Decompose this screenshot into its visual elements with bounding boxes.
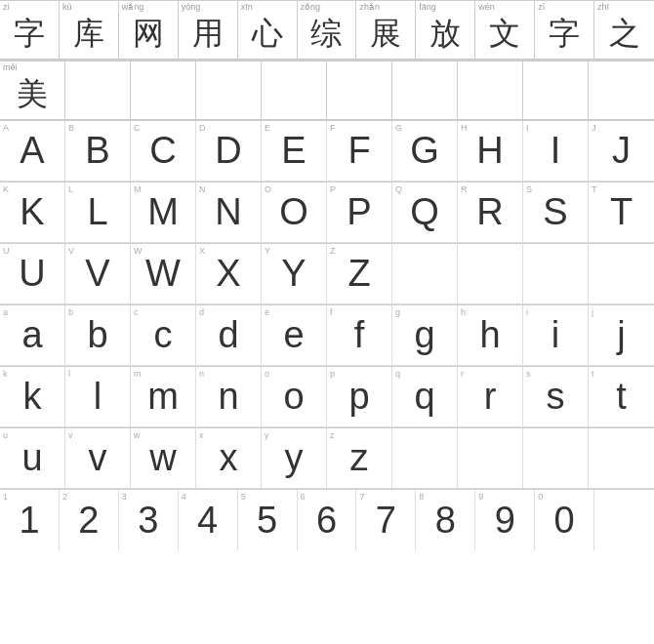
number-character: 3	[138, 500, 158, 542]
letter-label: X	[199, 246, 205, 256]
letter-character: w	[149, 437, 176, 479]
cell-character: 字	[14, 13, 45, 56]
chinese-cell	[392, 61, 458, 120]
chinese-cell	[327, 61, 392, 120]
chinese-cell: měi美	[0, 61, 65, 120]
chinese-cell: fāng放	[416, 1, 475, 60]
chinese-cell: xīn心	[238, 1, 298, 60]
letter-label: f	[330, 307, 333, 317]
number-cell: 66	[298, 490, 357, 550]
letter-cell: jj	[589, 305, 654, 366]
letter-cell: yy	[262, 428, 327, 489]
letter-label: J	[592, 123, 596, 133]
letter-cell: PP	[327, 182, 392, 243]
number-character: 6	[316, 500, 337, 542]
cell-character: 字	[549, 13, 580, 56]
chinese-cell: kù库	[60, 1, 119, 60]
letter-label: y	[265, 430, 269, 440]
letter-label: h	[461, 307, 466, 317]
letter-cell: oo	[262, 367, 327, 427]
letter-cell: ii	[523, 305, 589, 366]
letter-label: U	[3, 246, 10, 256]
letter-character: C	[149, 130, 176, 172]
letter-label: Y	[265, 246, 270, 256]
letter-character: U	[19, 253, 45, 295]
letter-label: D	[199, 123, 206, 133]
chinese-cell	[589, 61, 654, 120]
number-cell: 00	[535, 490, 594, 550]
chinese-cell: yòng用	[179, 1, 238, 60]
lowercase-row1: aabbccddeeffgghhiijj	[0, 305, 654, 367]
letter-label: I	[526, 123, 529, 133]
letter-cell: pp	[327, 367, 392, 427]
letter-label: x	[199, 430, 204, 440]
cell-character: 心	[252, 13, 283, 56]
letter-cell: BB	[65, 121, 131, 181]
letter-cell: dd	[196, 305, 262, 366]
letter-cell: SS	[523, 182, 589, 243]
letter-cell: II	[523, 121, 589, 181]
letter-label: g	[395, 307, 400, 317]
chinese-cell	[196, 61, 262, 120]
number-label: 8	[419, 492, 424, 502]
letter-cell: MM	[131, 182, 196, 243]
cell-label: zǒng	[301, 3, 321, 12]
chinese-section: zì字kù库wǎng网yòng用xīn心zǒng综zhǎn展fāng放wén文z…	[0, 0, 654, 60]
letter-label: O	[265, 184, 271, 194]
number-cell: 11	[0, 490, 60, 550]
letter-label: c	[134, 307, 139, 317]
letter-character: x	[220, 437, 238, 479]
letter-cell: VV	[65, 244, 131, 304]
letter-character: m	[147, 376, 179, 418]
letter-character: j	[617, 314, 625, 356]
lowercase-row2: kkllmmnnooppqqrrsstt	[0, 367, 654, 428]
letter-cell: JJ	[589, 121, 654, 181]
letter-label: w	[134, 430, 141, 440]
letter-character: o	[283, 376, 304, 418]
letter-cell: hh	[458, 305, 523, 366]
lowercase-row3: uuvvwwxxyyzz	[0, 428, 654, 490]
letter-label: t	[592, 369, 594, 379]
number-cell	[594, 490, 654, 550]
letter-label: H	[461, 123, 468, 133]
letter-label: a	[3, 307, 8, 317]
letter-character: T	[610, 191, 633, 233]
letter-label: r	[461, 369, 464, 379]
letter-character: I	[551, 130, 561, 172]
letter-character: a	[21, 314, 42, 356]
letter-label: j	[592, 307, 593, 317]
cell-label: fāng	[419, 3, 436, 12]
chinese-row2: měi美	[0, 60, 654, 121]
letter-character: u	[21, 437, 42, 479]
number-cell: 22	[60, 490, 119, 550]
letter-cell: OO	[262, 182, 327, 243]
cell-character: 文	[489, 13, 520, 56]
letter-character: k	[23, 376, 42, 418]
letter-character: N	[215, 191, 241, 233]
letter-label: e	[265, 307, 269, 317]
number-character: 9	[495, 500, 515, 542]
letter-character: P	[347, 191, 371, 233]
cell-label: zì	[3, 3, 10, 12]
chinese-cell: wén文	[475, 1, 535, 60]
number-label: 0	[538, 492, 543, 502]
chinese-cell	[131, 61, 196, 120]
number-character: 2	[78, 500, 99, 542]
letter-cell: KK	[0, 182, 65, 243]
letter-label: q	[395, 369, 400, 379]
chinese-cell: wǎng网	[119, 1, 179, 60]
number-character: 0	[554, 500, 575, 542]
letter-character: L	[87, 191, 107, 233]
letter-label: V	[68, 246, 74, 256]
letter-cell: QQ	[392, 182, 458, 243]
letter-label: b	[68, 307, 73, 317]
letter-cell: cc	[131, 305, 196, 366]
letter-cell: NN	[196, 182, 262, 243]
chinese-cell	[523, 61, 589, 120]
letter-label: k	[3, 369, 8, 379]
cell-character: 之	[609, 13, 640, 56]
letter-cell: EE	[262, 121, 327, 181]
letter-label: R	[461, 184, 468, 194]
letter-character: M	[147, 191, 179, 233]
letter-character: b	[87, 314, 107, 356]
